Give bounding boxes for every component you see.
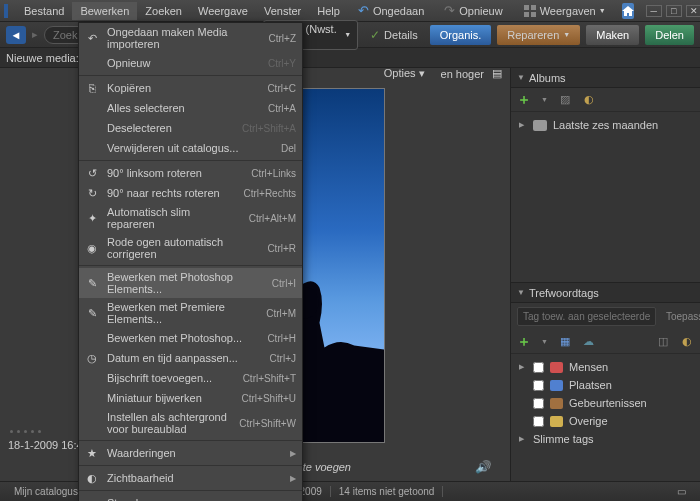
audio-icon[interactable]: 🔊 <box>475 460 490 474</box>
views-button[interactable]: Weergaven▼ <box>515 2 614 20</box>
menu-item-label: Ongedaan maken Media importeren <box>107 26 261 50</box>
menu-item-label: Kopiëren <box>107 82 259 94</box>
menu-item-label: Zichtbaarheid <box>107 472 282 484</box>
albums-toolbar: ＋▼ ▨ ◐ <box>511 88 700 112</box>
close-button[interactable]: ✕ <box>686 5 700 17</box>
tag-person-icon[interactable]: ◫ <box>656 335 670 349</box>
menu-item-shortcut: Ctrl+H <box>267 333 296 344</box>
submenu-arrow-icon: ▶ <box>290 474 296 483</box>
tag-checkbox[interactable] <box>533 416 544 427</box>
make-tab[interactable]: Maken <box>586 25 639 45</box>
tags-header[interactable]: ▼Trefwoordtags <box>511 283 700 303</box>
redo-button[interactable]: ↷Opnieuw <box>436 1 510 20</box>
menu-item[interactable]: Verwijderen uit catalogus...Del <box>79 138 302 158</box>
menu-item[interactable]: Bijschrift toevoegen...Ctrl+Shift+T <box>79 368 302 388</box>
menu-item-label: Opnieuw <box>107 57 260 69</box>
menu-item[interactable]: ✎Bewerken met Photoshop Elements...Ctrl+… <box>79 268 302 298</box>
tag-item[interactable]: ▶Overige <box>517 412 694 430</box>
menu-item-label: Rode ogen automatisch corrigeren <box>107 236 259 260</box>
svg-rect-3 <box>531 12 536 17</box>
menu-item[interactable]: ✦Automatisch slim reparerenCtrl+Alt+M <box>79 203 302 233</box>
menu-item-icon: ◉ <box>85 241 99 255</box>
menu-item-icon: ◐ <box>85 471 99 485</box>
datetime-label: 18-1-2009 16:48 <box>8 439 89 451</box>
back-button[interactable]: ◄ <box>6 26 26 44</box>
menu-item[interactable]: ★Waarderingen▶ <box>79 443 302 463</box>
menu-item-icon: ✎ <box>85 276 99 290</box>
menu-item[interactable]: ◉Rode ogen automatisch corrigerenCtrl+R <box>79 233 302 263</box>
album-item[interactable]: ▶ Laatste zes maanden <box>517 116 694 134</box>
menu-item-shortcut: Ctrl+R <box>267 243 296 254</box>
tag-item[interactable]: ▶Mensen <box>517 358 694 376</box>
menu-item[interactable]: ⎘KopiërenCtrl+C <box>79 78 302 98</box>
menu-item-shortcut: Ctrl+I <box>272 278 296 289</box>
minimize-button[interactable]: ─ <box>646 5 662 17</box>
tag-item[interactable]: ▶Plaatsen <box>517 376 694 394</box>
add-tag-button[interactable]: ＋ <box>517 333 531 351</box>
album-edit-icon[interactable]: ▨ <box>558 93 572 107</box>
filter-menu-icon[interactable]: ▤ <box>492 67 502 80</box>
apply-tags-button[interactable]: Toepassen <box>660 308 700 325</box>
menu-item-label: Verwijderen uit catalogus... <box>107 142 273 154</box>
menu-item-icon: ✦ <box>85 211 99 225</box>
menu-item[interactable]: ✎Bewerken met Premiere Elements...Ctrl+M <box>79 298 302 328</box>
svg-rect-0 <box>524 5 529 10</box>
status-icon[interactable]: ▭ <box>669 486 694 497</box>
tag-icon-2[interactable]: ☁ <box>582 335 596 349</box>
menu-item-shortcut: Ctrl+A <box>268 103 296 114</box>
smart-tags-item[interactable]: ▶Slimme tags <box>517 430 694 448</box>
menu-bewerken[interactable]: Bewerken <box>72 2 137 20</box>
menu-item-shortcut: Ctrl+C <box>267 83 296 94</box>
tag-checkbox[interactable] <box>533 380 544 391</box>
tag-item[interactable]: ▶Gebeurtenissen <box>517 394 694 412</box>
maximize-button[interactable]: □ <box>666 5 682 17</box>
menu-item-icon: ↶ <box>85 31 99 45</box>
tag-icon-1[interactable]: ▦ <box>558 335 572 349</box>
home-button[interactable] <box>622 3 634 19</box>
menu-item[interactable]: ↻90° naar rechts roterenCtrl+Rechts <box>79 183 302 203</box>
higher-label: en hoger <box>441 68 484 80</box>
menu-item-label: Datum en tijd aanpassen... <box>107 352 262 364</box>
menu-item-icon: ✎ <box>85 306 99 320</box>
check-icon: ✓ <box>370 28 380 42</box>
add-album-button[interactable]: ＋ <box>517 91 531 109</box>
menu-bestand[interactable]: Bestand <box>16 2 72 20</box>
menu-item-icon <box>85 371 99 385</box>
menu-item-icon <box>85 416 99 430</box>
share-tab[interactable]: Delen <box>645 25 694 45</box>
album-share-icon[interactable]: ◐ <box>582 93 596 107</box>
menu-item[interactable]: ↺90° linksom roterenCtrl+Links <box>79 163 302 183</box>
menu-item-label: Miniatuur bijwerken <box>107 392 234 404</box>
menu-help[interactable]: Help <box>309 2 348 20</box>
albums-header[interactable]: ▼Albums <box>511 68 700 88</box>
undo-button[interactable]: ↶Ongedaan <box>350 1 432 20</box>
organize-tab[interactable]: Organis. <box>430 25 492 45</box>
tag-checkbox[interactable] <box>533 362 544 373</box>
menu-item[interactable]: ↶Ongedaan maken Media importerenCtrl+Z <box>79 23 302 53</box>
tag-checkbox[interactable] <box>533 398 544 409</box>
menu-item[interactable]: Alles selecterenCtrl+A <box>79 98 302 118</box>
menu-item[interactable]: Miniatuur bijwerkenCtrl+Shift+U <box>79 388 302 408</box>
menu-item-shortcut: Ctrl+Rechts <box>243 188 296 199</box>
repair-tab[interactable]: Repareren▼ <box>497 25 580 45</box>
menu-venster[interactable]: Venster <box>256 2 309 20</box>
options-dropdown[interactable]: Opties ▾ <box>384 67 425 80</box>
menu-item-shortcut: Ctrl+Shift+A <box>242 123 296 134</box>
menu-zoeken[interactable]: Zoeken <box>137 2 190 20</box>
tag-assign-input[interactable] <box>517 307 656 326</box>
menu-item-label: 90° linksom roteren <box>107 167 243 179</box>
menu-item-label: Deselecteren <box>107 122 234 134</box>
menu-item-icon: ⎘ <box>85 81 99 95</box>
bewerken-menu: ↶Ongedaan maken Media importerenCtrl+ZOp… <box>78 22 303 501</box>
menu-item-icon <box>85 101 99 115</box>
menu-item[interactable]: Instellen als achtergrond voor bureaubla… <box>79 408 302 438</box>
menu-item[interactable]: ◷Datum en tijd aanpassen...Ctrl+J <box>79 348 302 368</box>
tag-bulb-icon[interactable]: ◐ <box>680 335 694 349</box>
menu-item-icon: ★ <box>85 446 99 460</box>
menu-weergave[interactable]: Weergave <box>190 2 256 20</box>
details-label: Details <box>384 29 418 41</box>
menubar: Bestand Bewerken Zoeken Weergave Venster… <box>0 0 700 22</box>
menu-item[interactable]: ◐Zichtbaarheid▶ <box>79 468 302 488</box>
app-logo <box>4 4 8 18</box>
menu-item[interactable]: Bewerken met Photoshop...Ctrl+H <box>79 328 302 348</box>
